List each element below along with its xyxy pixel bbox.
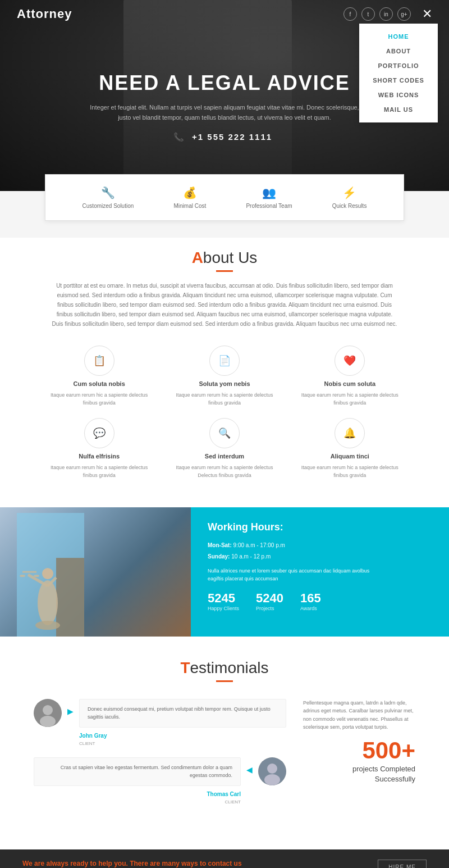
footer-cta-left: We are always ready to help you. There a… [22,860,242,868]
hero-subtitle: Integer et feugiat elit. Nullam at turpi… [90,103,359,122]
about-icon-5: 🔍 [209,418,240,448]
minimal-cost-icon: 💰 [183,186,197,199]
svg-point-2 [38,580,58,625]
about-title: About Us [34,249,415,267]
avatar-thomascarl [258,757,286,785]
facebook-icon[interactable]: f [343,7,357,21]
testimonial-bubble-2: Cras ut sapien vitae leo egestas ferment… [34,757,241,786]
nav-webicons[interactable]: WEB ICONS [359,88,438,102]
working-title: Working Hours: [208,521,432,533]
working-info: Working Hours: Mon-Sat: 9:00 a.m - 17:00… [191,507,449,637]
svg-point-11 [43,705,53,715]
hire-me-button[interactable]: HIRE ME [378,860,427,868]
close-button[interactable]: ✕ [422,7,432,21]
stat-awards-label: Awards [300,606,321,611]
about-item-5: 🔍 Sed interdum Itaque earum rerum hic a … [170,418,278,479]
working-hours-monsat: Mon-Sat: 9:00 a.m - 17:00 p.m [208,541,432,550]
stat-clients: 5245 Happy Clients [208,591,239,611]
about-section: About Us Ut porttitor at est eu ornare. … [0,238,449,502]
about-item-3: ❤️ Nobis cum soluta Itaque earum rerum h… [296,346,404,407]
nav-shortcodes[interactable]: SHORT CODES [359,73,438,88]
about-item-text-1: Itaque earum rerum hic a sapiente delect… [45,392,153,407]
hero-phone: 📞 +1 555 222 1111 [90,132,359,142]
working-section: Working Hours: Mon-Sat: 9:00 a.m - 17:00… [0,507,449,637]
testimonial-name-1: John Gray [79,733,286,739]
hours-sunday: 10 a.m - 12 p.m [231,553,271,560]
nav-home[interactable]: HOME [359,29,438,44]
feature-team: 👥 Professional Team [246,186,292,209]
stat-projects-number: 5240 [256,591,283,606]
about-item-text-3: Itaque earum rerum hic a sapiente delect… [296,392,404,407]
svg-point-15 [264,774,280,785]
about-item-6: 🔔 Aliquam tinci Itaque earum rerum hic a… [296,418,404,479]
projects-label: projects CompletedSuccessfully [352,764,415,784]
nav-dropdown: HOME ABOUT PORTFOLIO SHORT CODES WEB ICO… [359,24,438,122]
about-item-text-6: Itaque earum rerum hic a sapiente delect… [296,464,404,479]
about-item-text-5: Itaque earum rerum hic a sapiente delect… [170,464,278,479]
twitter-icon[interactable]: t [361,7,375,21]
about-item-title-6: Aliquam tinci [331,453,369,460]
projects-number: 500+ [352,737,415,764]
footer-cta: We are always ready to help you. There a… [0,849,449,868]
testimonials-title: Testimonials [34,659,415,677]
working-image [0,507,191,637]
about-item-text-2: Itaque earum rerum hic a sapiente delect… [170,392,278,407]
logo: Attorney [17,7,343,21]
about-icon-2: 📄 [209,346,240,376]
testimonial-extra-text: Pellentesque magna quam, latrdn a ladrn … [303,699,415,731]
stat-projects-label: Projects [256,606,283,611]
stats-row: 5245 Happy Clients 5240 Projects 165 Awa… [208,591,432,611]
testimonial-role-2: CLIENT [34,799,241,805]
svg-rect-1 [56,558,84,637]
about-title-accent: A [192,249,203,266]
testimonials-title-accent: T [180,659,190,676]
stat-clients-label: Happy Clients [208,606,239,611]
justice-statue-icon [17,513,84,637]
testimonials-section: Testimonials ▶ Donec euismod consequat m… [0,637,449,849]
nav-about[interactable]: ABOUT [359,44,438,58]
feature-label-4: Quick Results [332,203,367,209]
testimonial-name-2: Thomas Carl [34,791,241,797]
svg-point-6 [20,575,25,577]
testimonials-underline [216,680,233,682]
about-icon-3: ❤️ [335,346,365,376]
instagram-icon[interactable]: in [379,7,393,21]
about-item-title-5: Sed interdum [205,453,244,460]
feature-label-2: Minimal Cost [173,203,206,209]
about-item-2: 📄 Soluta yom nebis Itaque earum rerum hi… [170,346,278,407]
svg-point-7 [34,575,39,577]
about-text: Ut porttitor at est eu ornare. In metus … [51,281,398,329]
about-icon-4: 💬 [84,418,114,448]
phone-number: +1 555 222 1111 [192,132,272,142]
about-item-title-2: Soluta yom nebis [199,380,250,387]
svg-point-9 [35,621,60,630]
features-bar: 🔧 Customized Solution 💰 Minimal Cost 👥 P… [45,174,404,221]
arrow-left-icon-2: ◀ [246,765,253,774]
working-hours-sunday: Sunday: 10 a.m - 12 p.m [208,552,432,561]
nav-mailUs[interactable]: MAIL US [359,102,438,117]
googleplus-icon[interactable]: g+ [397,7,411,21]
stat-projects: 5240 Projects [256,591,283,611]
stat-awards-number: 165 [300,591,321,606]
hours-monsat: 9:00 a.m - 17:00 p.m [233,542,285,548]
social-icons: f t in g+ [343,7,411,21]
testimonials-title-rest: estimonials [190,659,269,676]
avatar-johngray [34,699,62,727]
nav-portfolio[interactable]: PORTFOLIO [359,58,438,73]
about-item-title-1: Cum soluta nobis [74,380,125,387]
testimonials-left: ▶ Donec euismod consequat mi, pretium vo… [34,699,286,805]
about-grid: 📋 Cum soluta nobis Itaque earum rerum hi… [34,346,415,479]
svg-point-3 [42,568,53,579]
testimonial-card-2: Cras ut sapien vitae leo egestas ferment… [34,757,286,805]
footer-cta-title: We are always ready to help you. There a… [22,860,242,867]
hero-title: NEED A LEGAL ADVICE [90,71,359,95]
testimonial-card-1: ▶ Donec euismod consequat mi, pretium vo… [34,699,286,746]
about-icon-6: 🔔 [335,418,365,448]
title-underline [216,270,233,272]
hero-section: Attorney f t in g+ ✕ HOME ABOUT PORTFOLI… [0,0,449,191]
hero-content: NEED A LEGAL ADVICE Integer et feugiat e… [56,71,393,142]
feature-quick: ⚡ Quick Results [332,186,367,209]
testimonials-inner: ▶ Donec euismod consequat mi, pretium vo… [34,699,415,827]
about-item-title-3: Nobis cum soluta [324,380,375,387]
customized-icon: 🔧 [101,186,115,199]
